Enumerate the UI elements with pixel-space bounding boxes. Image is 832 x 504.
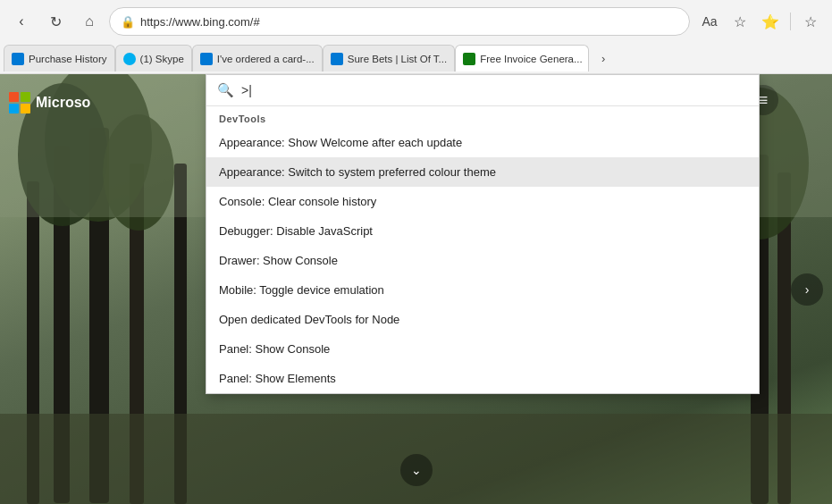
devtools-item-0-label: Appearance: Show Welcome after each upda…	[219, 136, 462, 149]
devtools-item-8-label: Panel: Show Elements	[219, 372, 336, 385]
favorites-star-button[interactable]: ☆	[726, 7, 754, 36]
microsoft-logo	[9, 92, 30, 113]
tab4-favicon	[331, 53, 343, 65]
nav-bar: ‹ ↻ ⌂ 🔒 https://www.bing.com/# Aa ☆ ⭐ ☆	[0, 0, 832, 43]
tabs-row: Purchase History (1) Skype I've ordered …	[0, 43, 832, 74]
svg-rect-2	[130, 164, 144, 504]
devtools-item-5-label: Mobile: Toggle device emulation	[219, 283, 384, 297]
svg-rect-7	[174, 164, 187, 504]
read-aloud-button[interactable]: Aa	[695, 7, 724, 36]
tab-purchase-history[interactable]: Purchase History	[4, 45, 115, 71]
devtools-search-icon: 🔍	[217, 82, 234, 98]
devtools-item-4[interactable]: Drawer: Show Console	[206, 246, 759, 275]
page-content: Microso ⌄ › ☺ ≡ 🔍 DevTools Appearance: S…	[0, 74, 832, 504]
devtools-item-4-label: Drawer: Show Console	[219, 254, 338, 267]
lock-icon: 🔒	[121, 15, 135, 29]
svg-rect-0	[54, 146, 70, 503]
devtools-item-1-label: Appearance: Switch to system preferred c…	[219, 165, 496, 179]
home-button[interactable]: ⌂	[75, 7, 104, 36]
tab2-favicon	[123, 53, 136, 65]
devtools-item-2[interactable]: Console: Clear console history	[206, 187, 759, 216]
devtools-item-6-label: Open dedicated DevTools for Node	[219, 313, 399, 326]
devtools-item-2-label: Console: Clear console history	[219, 195, 376, 208]
ms-logo-area: Microso	[9, 92, 90, 113]
devtools-item-0[interactable]: Appearance: Show Welcome after each upda…	[206, 128, 759, 157]
devtools-item-1[interactable]: Appearance: Switch to system preferred c…	[206, 157, 759, 187]
nav-right-icons: Aa ☆ ⭐ ☆	[695, 7, 825, 36]
devtools-search-input[interactable]	[241, 83, 748, 97]
devtools-item-3[interactable]: Debugger: Disable JavaScript	[206, 216, 759, 246]
tab-more-button[interactable]: ›	[591, 46, 616, 71]
tab-skype[interactable]: (1) Skype	[115, 45, 192, 71]
devtools-item-5[interactable]: Mobile: Toggle device emulation	[206, 275, 759, 305]
tab2-label: (1) Skype	[140, 54, 184, 64]
tab4-label: Sure Bets | List Of T...	[348, 54, 447, 64]
devtools-item-3-label: Debugger: Disable JavaScript	[219, 224, 373, 238]
back-button[interactable]: ‹	[7, 7, 36, 36]
svg-rect-3	[27, 181, 39, 504]
svg-point-6	[103, 114, 174, 231]
right-arrow-icon: ›	[805, 282, 810, 297]
favorites-button[interactable]: ☆	[796, 7, 825, 36]
tab-ordered-card[interactable]: I've ordered a card-...	[192, 45, 323, 71]
tab3-favicon	[200, 53, 213, 65]
ms-logo-green	[21, 92, 30, 102]
devtools-search-bar: 🔍	[206, 75, 759, 106]
tab1-label: Purchase History	[29, 54, 107, 64]
tab3-label: I've ordered a card-...	[217, 54, 315, 64]
devtools-item-8[interactable]: Panel: Show Elements	[206, 364, 759, 393]
scroll-down-button[interactable]: ⌄	[400, 454, 433, 486]
tab1-favicon	[12, 53, 24, 65]
collections-button[interactable]: ⭐	[756, 7, 785, 36]
tab5-label: Free Invoice Genera...	[480, 54, 582, 64]
ms-text: Microso	[36, 95, 90, 111]
scroll-arrow-icon: ⌄	[411, 463, 422, 477]
devtools-item-7-label: Panel: Show Console	[219, 342, 330, 356]
devtools-section-label: DevTools	[206, 106, 759, 128]
devtools-item-7[interactable]: Panel: Show Console	[206, 334, 759, 364]
browser-chrome: ‹ ↻ ⌂ 🔒 https://www.bing.com/# Aa ☆ ⭐ ☆ …	[0, 0, 832, 74]
next-image-button[interactable]: ›	[791, 273, 823, 306]
divider	[790, 13, 791, 30]
address-bar[interactable]: 🔒 https://www.bing.com/#	[109, 7, 690, 36]
tab-free-invoice[interactable]: Free Invoice Genera...	[455, 45, 589, 71]
ms-logo-yellow	[21, 104, 30, 113]
ms-logo-blue	[9, 104, 19, 113]
tab-sure-bets[interactable]: Sure Bets | List Of T...	[323, 45, 455, 71]
refresh-button[interactable]: ↻	[41, 7, 70, 36]
address-text: https://www.bing.com/#	[140, 15, 678, 29]
ms-logo-red	[9, 92, 19, 102]
tab5-favicon	[463, 53, 475, 65]
devtools-item-6[interactable]: Open dedicated DevTools for Node	[206, 305, 759, 334]
svg-rect-9	[777, 172, 791, 504]
devtools-overlay: 🔍 DevTools Appearance: Show Welcome afte…	[206, 74, 760, 394]
svg-rect-1	[89, 128, 109, 503]
